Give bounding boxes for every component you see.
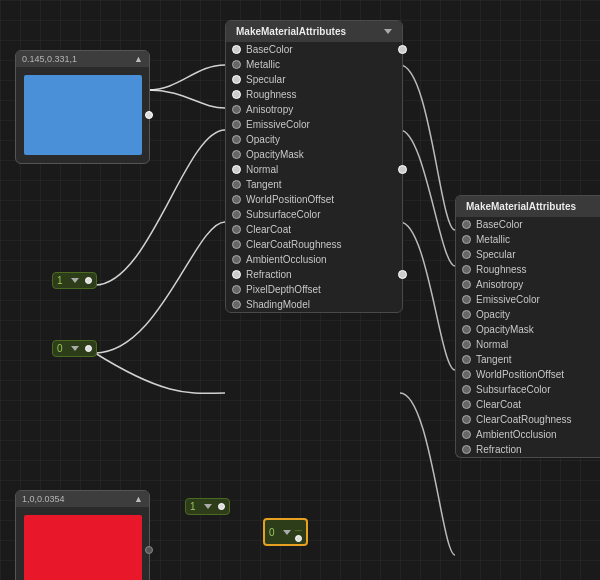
pin-roughness-1[interactable]	[232, 90, 241, 99]
pin-row-emissivecolor-2[interactable]: EmissiveColor	[456, 292, 600, 307]
pin-emissivecolor-2[interactable]	[462, 295, 471, 304]
pin-normal-1[interactable]	[232, 165, 241, 174]
color-node-blue-header: 0.145,0.331,1 ▲	[16, 51, 149, 67]
pin-row-metallic-1[interactable]: Metallic	[226, 57, 402, 72]
small-node-4-value: 0	[269, 527, 275, 538]
small-node-2-output[interactable]	[85, 345, 92, 352]
pin-pixeldepthoffset-1[interactable]	[232, 285, 241, 294]
small-node-1-value: 1	[57, 275, 63, 286]
pin-row-metallic-2[interactable]: Metallic	[456, 232, 600, 247]
pin-clearcoatroughness-2[interactable]	[462, 415, 471, 424]
small-node-1-dropdown[interactable]	[71, 278, 79, 283]
make-material-node-2: MakeMaterialAttributes BaseColor Metalli…	[455, 195, 600, 458]
small-node-4-dropdown[interactable]	[283, 530, 291, 535]
pin-right-normal-1[interactable]	[398, 165, 407, 174]
pin-row-normal-1[interactable]: Normal	[226, 162, 402, 177]
pin-row-worldpositionoffset-1[interactable]: WorldPositionOffset	[226, 192, 402, 207]
small-node-3[interactable]: 1	[185, 498, 230, 515]
small-node-2[interactable]: 0	[52, 340, 97, 357]
pin-row-subsurfacecolor-1[interactable]: SubsurfaceColor	[226, 207, 402, 222]
pin-row-roughness-1[interactable]: Roughness	[226, 87, 402, 102]
make-material-2-header[interactable]: MakeMaterialAttributes	[456, 196, 600, 217]
pin-shadingmodel-1[interactable]	[232, 300, 241, 309]
output-pin-red[interactable]	[145, 546, 153, 554]
pin-row-clearcoatroughness-1[interactable]: ClearCoatRoughness	[226, 237, 402, 252]
small-node-3-output[interactable]	[218, 503, 225, 510]
pin-metallic-1[interactable]	[232, 60, 241, 69]
pin-specular-2[interactable]	[462, 250, 471, 259]
pin-row-ambientocclusion-1[interactable]: AmbientOcclusion	[226, 252, 402, 267]
pin-right-refraction-1[interactable]	[398, 270, 407, 279]
pin-tangent-1[interactable]	[232, 180, 241, 189]
pin-row-emissivecolor-1[interactable]: EmissiveColor	[226, 117, 402, 132]
make-material-1-title: MakeMaterialAttributes	[236, 26, 346, 37]
pin-row-roughness-2[interactable]: Roughness	[456, 262, 600, 277]
color-node-blue-expand[interactable]: ▲	[134, 54, 143, 64]
pin-worldpositionoffset-2[interactable]	[462, 370, 471, 379]
make-material-1-header[interactable]: MakeMaterialAttributes	[226, 21, 402, 42]
pin-normal-2[interactable]	[462, 340, 471, 349]
pin-worldpositionoffset-1[interactable]	[232, 195, 241, 204]
pin-row-specular-2[interactable]: Specular	[456, 247, 600, 262]
small-node-2-dropdown[interactable]	[71, 346, 79, 351]
pin-row-shadingmodel-1[interactable]: ShadingModel	[226, 297, 402, 312]
pin-opacity-1[interactable]	[232, 135, 241, 144]
color-preview-red	[24, 515, 142, 580]
color-node-red[interactable]: 1,0,0.0354 ▲	[15, 490, 150, 580]
color-node-red-expand[interactable]: ▲	[134, 494, 143, 504]
pin-row-anisotropy-1[interactable]: Anisotropy	[226, 102, 402, 117]
small-node-1[interactable]: 1	[52, 272, 97, 289]
pin-row-clearcoatroughness-2[interactable]: ClearCoatRoughness	[456, 412, 600, 427]
pin-row-subsurfacecolor-2[interactable]: SubsurfaceColor	[456, 382, 600, 397]
small-node-3-dropdown[interactable]	[204, 504, 212, 509]
pin-row-refraction-2[interactable]: Refraction	[456, 442, 600, 457]
pin-opacity-2[interactable]	[462, 310, 471, 319]
pin-clearcoat-1[interactable]	[232, 225, 241, 234]
pin-row-specular-1[interactable]: Specular	[226, 72, 402, 87]
color-node-blue-label: 0.145,0.331,1	[22, 54, 77, 64]
pin-ambientocclusion-2[interactable]	[462, 430, 471, 439]
pin-row-worldpositionoffset-2[interactable]: WorldPositionOffset	[456, 367, 600, 382]
pin-opacitymask-1[interactable]	[232, 150, 241, 159]
pin-row-opacity-2[interactable]: Opacity	[456, 307, 600, 322]
pin-row-clearcoat-1[interactable]: ClearCoat	[226, 222, 402, 237]
pin-subsurfacecolor-2[interactable]	[462, 385, 471, 394]
pin-row-ambientocclusion-2[interactable]: AmbientOcclusion	[456, 427, 600, 442]
small-node-4[interactable]: 0	[263, 518, 308, 546]
small-node-4-output[interactable]	[295, 535, 302, 542]
small-node-1-output[interactable]	[85, 277, 92, 284]
pin-ambientocclusion-1[interactable]	[232, 255, 241, 264]
color-node-red-label: 1,0,0.0354	[22, 494, 65, 504]
color-node-blue[interactable]: 0.145,0.331,1 ▲	[15, 50, 150, 164]
pin-basecolor-2[interactable]	[462, 220, 471, 229]
pin-row-opacity-1[interactable]: Opacity	[226, 132, 402, 147]
pin-row-anisotropy-2[interactable]: Anisotropy	[456, 277, 600, 292]
pin-metallic-2[interactable]	[462, 235, 471, 244]
make-material-1-dropdown[interactable]	[384, 29, 392, 34]
pin-row-basecolor-1[interactable]: BaseColor	[226, 42, 402, 57]
pin-basecolor-1[interactable]	[232, 45, 241, 54]
pin-subsurfacecolor-1[interactable]	[232, 210, 241, 219]
pin-row-refraction-1[interactable]: Refraction	[226, 267, 402, 282]
pin-row-tangent-1[interactable]: Tangent	[226, 177, 402, 192]
pin-tangent-2[interactable]	[462, 355, 471, 364]
pin-anisotropy-1[interactable]	[232, 105, 241, 114]
pin-row-opacitymask-1[interactable]: OpacityMask	[226, 147, 402, 162]
pin-right-basecolor-1[interactable]	[398, 45, 407, 54]
pin-clearcoatroughness-1[interactable]	[232, 240, 241, 249]
output-pin-blue[interactable]	[145, 111, 153, 119]
pin-row-clearcoat-2[interactable]: ClearCoat	[456, 397, 600, 412]
pin-row-normal-2[interactable]: Normal	[456, 337, 600, 352]
pin-clearcoat-2[interactable]	[462, 400, 471, 409]
pin-row-tangent-2[interactable]: Tangent	[456, 352, 600, 367]
pin-roughness-2[interactable]	[462, 265, 471, 274]
pin-refraction-1[interactable]	[232, 270, 241, 279]
pin-refraction-2[interactable]	[462, 445, 471, 454]
pin-opacitymask-2[interactable]	[462, 325, 471, 334]
pin-emissivecolor-1[interactable]	[232, 120, 241, 129]
pin-row-basecolor-2[interactable]: BaseColor	[456, 217, 600, 232]
pin-anisotropy-2[interactable]	[462, 280, 471, 289]
pin-specular-1[interactable]	[232, 75, 241, 84]
pin-row-opacitymask-2[interactable]: OpacityMask	[456, 322, 600, 337]
pin-row-pixeldepthoffset-1[interactable]: PixelDepthOffset	[226, 282, 402, 297]
